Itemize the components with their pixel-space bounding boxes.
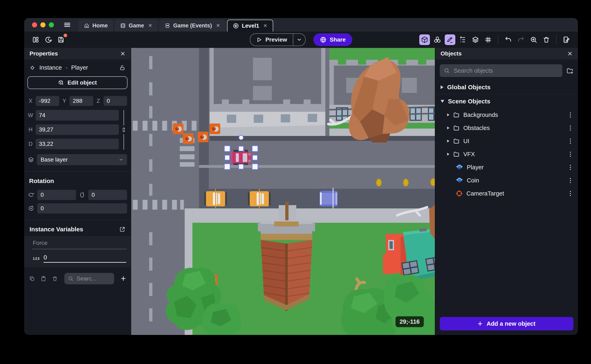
group-scene-objects[interactable]: Scene Objects <box>435 94 578 108</box>
monkey-3d-icon <box>456 163 463 171</box>
copy-icon[interactable] <box>29 276 35 281</box>
x-input[interactable]: -992 <box>36 96 59 106</box>
add-folder-icon[interactable] <box>566 67 573 74</box>
object-player[interactable]: Player <box>435 161 578 174</box>
rotation-y-input[interactable]: 0 <box>88 190 127 200</box>
h-label: H <box>28 127 33 133</box>
chevron-right-icon <box>447 140 449 143</box>
y-input[interactable]: 288 <box>69 96 93 106</box>
kebab-menu-icon[interactable] <box>568 124 572 132</box>
z-input[interactable]: 0 <box>104 96 127 106</box>
trash-small-icon[interactable] <box>52 276 58 281</box>
object-coin[interactable]: Coin <box>435 174 578 187</box>
undo-icon[interactable] <box>503 34 513 45</box>
tab-game[interactable]: Game ✕ <box>115 20 158 32</box>
folder-ui[interactable]: UI <box>435 135 578 148</box>
pencil-icon[interactable] <box>445 34 455 45</box>
minimize-window-icon[interactable] <box>40 22 46 27</box>
scene-canvas[interactable]: 29;-116 <box>131 48 435 335</box>
variable-name[interactable]: Force <box>33 240 126 249</box>
kebab-menu-icon[interactable] <box>568 111 572 119</box>
tab-label: Home <box>93 23 108 29</box>
kebab-menu-icon[interactable] <box>568 176 572 185</box>
unlock-icon[interactable] <box>119 65 126 71</box>
depth-input[interactable]: 33,22 <box>36 139 119 149</box>
search-icon <box>68 276 73 281</box>
rotation-z-input[interactable]: 0 <box>37 203 127 214</box>
scene-editor-icon[interactable] <box>561 34 572 45</box>
link-chain-icon[interactable] <box>121 127 126 132</box>
objects-stack-icon[interactable] <box>432 34 443 45</box>
folder-backgrounds[interactable]: Backgrounds <box>435 108 578 121</box>
add-new-object-button[interactable]: + Add a new object <box>440 317 573 331</box>
z-label: Z <box>96 98 101 104</box>
x-label: X <box>28 98 33 104</box>
height-input[interactable]: 39,27 <box>36 124 119 135</box>
maximize-window-icon[interactable] <box>49 22 54 27</box>
main-menu-icon[interactable] <box>63 21 71 29</box>
preview-options-button[interactable] <box>293 34 305 46</box>
layout-icon[interactable] <box>30 34 41 45</box>
close-icon[interactable]: ✕ <box>120 50 126 57</box>
close-icon[interactable]: ✕ <box>567 50 572 57</box>
tab-level1[interactable]: Level1 ✕ <box>227 20 273 32</box>
kebab-menu-icon[interactable] <box>568 137 572 145</box>
yellow-car-instance[interactable] <box>248 189 271 209</box>
objects-search-input[interactable] <box>453 67 558 74</box>
layers-small-icon <box>28 157 34 163</box>
instance-name: Player <box>71 64 88 71</box>
tab-home[interactable]: Home <box>79 20 113 32</box>
group-global-objects[interactable]: Global Objects <box>435 80 578 94</box>
building-block-left[interactable] <box>210 48 325 137</box>
paste-icon[interactable] <box>40 276 46 281</box>
unsaved-changes-dot <box>64 33 67 37</box>
rotation-handle <box>239 135 243 140</box>
cube-3d-small-icon <box>58 80 64 86</box>
monkey-3d-icon <box>456 177 463 184</box>
zoom-in-icon[interactable] <box>528 34 539 45</box>
folder-obstacles[interactable]: Obstacles <box>435 121 578 135</box>
kebab-menu-icon[interactable] <box>568 189 572 198</box>
layer-select[interactable]: Base layer <box>37 154 127 165</box>
preview-button[interactable]: Preview <box>250 34 293 46</box>
cube-3d-icon[interactable] <box>419 34 430 45</box>
add-variable-icon[interactable]: + <box>121 274 126 283</box>
tab-close-icon[interactable]: ✕ <box>263 23 267 29</box>
tab-close-icon[interactable]: ✕ <box>148 23 152 28</box>
blue-car-instance[interactable] <box>320 188 338 208</box>
share-button[interactable]: Share <box>313 33 352 46</box>
d-label: D <box>28 141 33 147</box>
objects-panel: Objects ✕ Global Objects Scene Objects <box>435 48 578 335</box>
tab-label: Game <box>129 23 144 29</box>
instances-list-icon[interactable] <box>457 34 468 45</box>
trash-icon[interactable] <box>541 34 552 45</box>
kebab-menu-icon[interactable] <box>568 163 572 172</box>
yellow-car-instance[interactable] <box>204 189 227 209</box>
layers-icon[interactable] <box>470 34 481 45</box>
variable-value-input[interactable]: 0 <box>43 254 126 263</box>
grid-icon[interactable] <box>483 34 493 45</box>
rotation-title: Rotation <box>24 172 131 187</box>
titlebar: Home Game ✕ Game (Events) ✕ Level1 ✕ <box>24 18 578 32</box>
save-icon[interactable] <box>56 34 66 45</box>
house-instance[interactable] <box>383 228 435 281</box>
globe-icon <box>320 36 326 43</box>
external-link-icon[interactable] <box>119 226 126 232</box>
rotation-x-input[interactable]: 0 <box>37 190 76 200</box>
folder-vfx[interactable]: VFX <box>435 148 578 161</box>
close-window-icon[interactable] <box>32 22 37 27</box>
object-camera-target[interactable]: CameraTarget <box>435 187 578 200</box>
redo-icon[interactable] <box>516 34 526 45</box>
variables-search[interactable] <box>64 273 114 284</box>
variable-row[interactable]: Force 123 0 <box>24 236 131 267</box>
width-input[interactable]: 74 <box>36 110 119 121</box>
objects-search[interactable] <box>440 64 562 77</box>
edit-object-button[interactable]: Edit object <box>27 76 127 89</box>
history-icon[interactable] <box>43 34 54 45</box>
player-instance-selected[interactable] <box>231 150 252 165</box>
kebab-menu-icon[interactable] <box>568 150 572 158</box>
tab-close-icon[interactable]: ✕ <box>216 23 220 28</box>
tab-game-events[interactable]: Game (Events) ✕ <box>159 20 226 32</box>
variables-search-input[interactable] <box>76 275 110 282</box>
app-window: Home Game ✕ Game (Events) ✕ Level1 ✕ <box>24 18 578 335</box>
